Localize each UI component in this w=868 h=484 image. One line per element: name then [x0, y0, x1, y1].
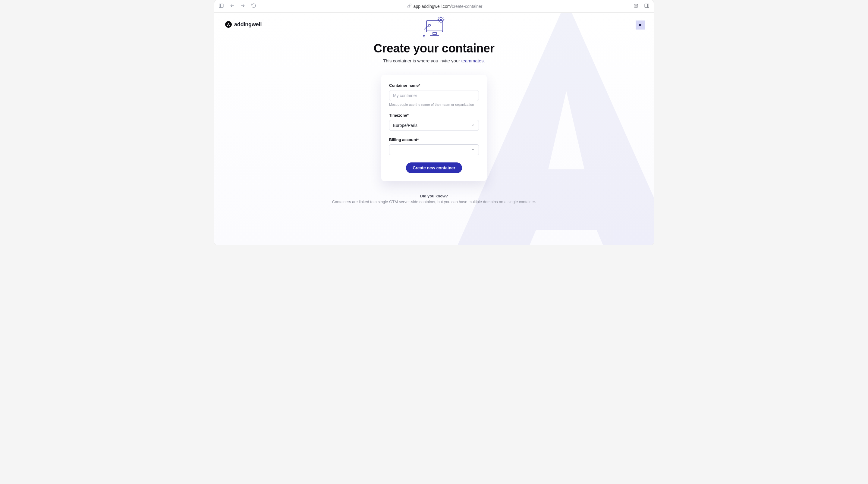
container-name-input[interactable]	[389, 90, 479, 101]
container-name-hint: Most people use the name of their team o…	[389, 103, 479, 107]
browser-chrome: app.addingwell.com/create-container	[214, 0, 654, 13]
svg-rect-0	[219, 4, 223, 7]
sidebar-toggle-icon[interactable]	[218, 3, 224, 10]
svg-line-21	[438, 22, 439, 22]
panel-toggle-icon[interactable]	[644, 3, 650, 10]
footer-tip-body: Containers are linked to a single GTM se…	[332, 200, 536, 204]
setup-illustration-icon	[299, 16, 569, 39]
reload-icon[interactable]	[251, 3, 256, 9]
svg-point-24	[428, 24, 431, 26]
page-title: Create your container	[299, 41, 569, 55]
timezone-label: Timezone*	[389, 113, 479, 118]
svg-rect-7	[645, 4, 649, 7]
svg-line-19	[438, 18, 439, 18]
timezone-value: Europe/Paris	[393, 123, 417, 128]
form-card: Container name* Most people use the name…	[381, 75, 487, 181]
url-path: /create-container	[451, 4, 482, 9]
timezone-select[interactable]: Europe/Paris	[389, 120, 479, 131]
billing-account-select[interactable]	[389, 144, 479, 155]
link-icon	[407, 4, 412, 9]
back-icon[interactable]	[229, 3, 235, 10]
page-subtext: This container is where you invite your …	[299, 58, 569, 63]
teammates-link[interactable]: teammates	[461, 58, 484, 63]
url-host: app.addingwell.com	[413, 4, 451, 9]
chevron-down-icon	[471, 123, 475, 128]
svg-rect-4	[634, 4, 638, 7]
svg-line-22	[443, 18, 443, 18]
forward-icon[interactable]	[240, 3, 246, 10]
reader-icon[interactable]	[633, 3, 639, 10]
chevron-down-icon	[471, 147, 475, 152]
footer-tip: Did you know? Containers are linked to a…	[299, 194, 569, 204]
svg-point-13	[438, 18, 443, 22]
container-name-label: Container name*	[389, 83, 479, 88]
page-content: addingwell	[214, 13, 654, 245]
app-window: app.addingwell.com/create-container addi…	[214, 0, 654, 245]
billing-account-label: Billing account*	[389, 138, 479, 142]
footer-tip-lead: Did you know?	[299, 194, 569, 198]
brand-name: addingwell	[234, 21, 261, 28]
brand-logo[interactable]: addingwell	[225, 21, 261, 28]
user-avatar[interactable]	[636, 21, 645, 30]
svg-rect-11	[433, 33, 436, 34]
svg-point-14	[440, 19, 441, 21]
create-container-button[interactable]: Create new container	[406, 162, 462, 173]
address-bar[interactable]: app.addingwell.com/create-container	[407, 4, 483, 9]
brand-mark-icon	[225, 21, 232, 28]
